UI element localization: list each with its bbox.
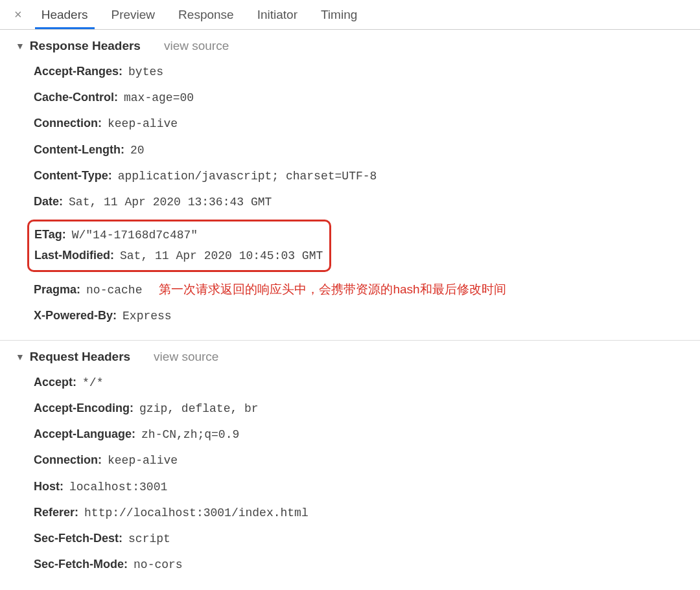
header-value: Sat, 11 Apr 2020 13:36:43 GMT	[69, 196, 272, 209]
header-value: no-cors	[134, 558, 183, 571]
header-name: Accept:	[34, 376, 76, 389]
header-name: Sec-Fetch-Dest:	[34, 532, 122, 545]
view-source-link[interactable]: view source	[154, 350, 218, 364]
header-name: X-Powered-By:	[34, 309, 117, 322]
disclosure-triangle-icon[interactable]: ▼	[16, 41, 25, 51]
header-name: Content-Length:	[34, 143, 124, 156]
header-value: application/javascript; charset=UTF-8	[118, 170, 377, 183]
annotation-text: 第一次请求返回的响应头中，会携带资源的hash和最后修改时间	[159, 281, 506, 298]
request-headers-section: ▼ Request Headers view source Accept: */…	[0, 341, 700, 589]
section-header-row: ▼ Request Headers view source	[16, 350, 688, 364]
header-name: Cache-Control:	[34, 91, 118, 104]
header-name: Host:	[34, 480, 64, 493]
header-row: Content-Length: 20	[34, 142, 688, 159]
close-icon[interactable]: ×	[6, 7, 30, 22]
header-row: Sec-Fetch-Mode: no-cors	[34, 556, 688, 573]
header-value: */*	[82, 376, 103, 389]
header-row: Accept-Encoding: gzip, deflate, br	[34, 400, 688, 417]
header-value: bytes	[128, 65, 163, 78]
header-value: no-cache	[86, 284, 142, 297]
tab-headers[interactable]: Headers	[30, 1, 100, 28]
response-header-list: Accept-Ranges: bytes Cache-Control: max-…	[16, 63, 688, 210]
tab-preview[interactable]: Preview	[100, 1, 167, 28]
header-row: X-Powered-By: Express	[34, 308, 688, 324]
header-row: Pragma: no-cache	[34, 282, 142, 299]
header-row: Host: localhost:3001	[34, 479, 688, 495]
header-row: Referer: http://localhost:3001/index.htm…	[34, 505, 688, 521]
response-header-list-after: Pragma: no-cache 第一次请求返回的响应头中，会携带资源的hash…	[16, 281, 688, 324]
header-value: zh-CN,zh;q=0.9	[141, 428, 239, 441]
header-name: Content-Type:	[34, 169, 112, 182]
header-name: Referer:	[34, 506, 78, 519]
header-row: Last-Modified: Sat, 11 Apr 2020 10:45:03…	[34, 247, 323, 264]
header-value: keep-alive	[108, 117, 178, 130]
header-value: Sat, 11 Apr 2020 10:45:03 GMT	[120, 249, 323, 262]
highlight-box: ETag: W/"14-17168d7c487" Last-Modified: …	[27, 220, 331, 271]
header-row: Cache-Control: max-age=00	[34, 89, 688, 106]
tab-timing[interactable]: Timing	[309, 1, 369, 28]
header-name: Pragma:	[34, 283, 80, 296]
header-value: http://localhost:3001/index.html	[84, 506, 309, 519]
section-title: Response Headers	[30, 39, 141, 53]
header-row: Content-Type: application/javascript; ch…	[34, 168, 688, 185]
header-name: Connection:	[34, 453, 102, 466]
header-row: Connection: keep-alive	[34, 452, 688, 469]
header-name: Connection:	[34, 117, 102, 130]
header-value: 20	[130, 144, 145, 157]
request-header-list: Accept: */* Accept-Encoding: gzip, defla…	[16, 374, 688, 574]
section-header-row: ▼ Response Headers view source	[16, 39, 688, 53]
header-name: Sec-Fetch-Mode:	[34, 558, 128, 571]
header-name: Accept-Language:	[34, 427, 135, 440]
header-value: max-age=00	[124, 91, 194, 104]
header-row: Date: Sat, 11 Apr 2020 13:36:43 GMT	[34, 194, 688, 210]
header-name: ETag:	[34, 228, 66, 241]
header-row: Connection: keep-alive	[34, 115, 688, 132]
annotation-row: Pragma: no-cache 第一次请求返回的响应头中，会携带资源的hash…	[34, 281, 688, 299]
header-row: Accept-Ranges: bytes	[34, 63, 688, 80]
header-value: script	[128, 532, 170, 545]
header-row: ETag: W/"14-17168d7c487"	[34, 227, 323, 244]
header-row: Accept-Language: zh-CN,zh;q=0.9	[34, 426, 688, 443]
tab-initiator[interactable]: Initiator	[246, 1, 309, 28]
header-value: W/"14-17168d7c487"	[72, 229, 198, 242]
header-value: gzip, deflate, br	[139, 402, 259, 415]
response-headers-section: ▼ Response Headers view source Accept-Ra…	[0, 30, 700, 341]
header-name: Last-Modified:	[34, 249, 114, 262]
header-value: Express	[122, 310, 172, 323]
header-name: Date:	[34, 195, 63, 208]
disclosure-triangle-icon[interactable]: ▼	[16, 352, 25, 362]
header-value: keep-alive	[108, 454, 178, 467]
header-row: Sec-Fetch-Dest: script	[34, 530, 688, 547]
header-value: localhost:3001	[69, 481, 167, 494]
header-name: Accept-Encoding:	[34, 402, 134, 414]
view-source-link[interactable]: view source	[164, 39, 229, 53]
section-title: Request Headers	[30, 350, 130, 364]
header-name: Accept-Ranges:	[34, 65, 122, 78]
tab-response[interactable]: Response	[167, 1, 246, 28]
tabs-bar: × Headers Preview Response Initiator Tim…	[0, 0, 700, 30]
header-row: Accept: */*	[34, 374, 688, 391]
